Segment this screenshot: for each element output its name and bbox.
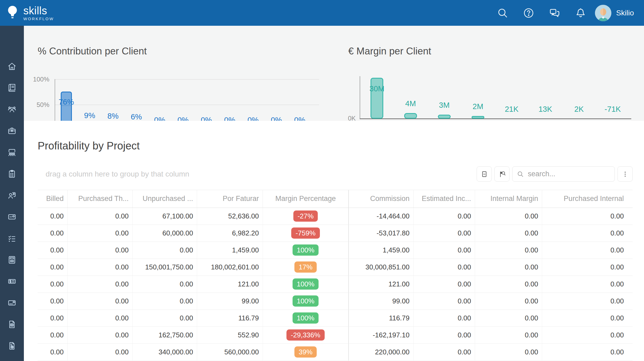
table-row[interactable]: 0.000.0067,100.0052,636.00-27%-14,464.00… <box>38 208 633 225</box>
bar-value-label: 0% <box>281 116 318 121</box>
y-tick-0k: 0K <box>334 115 356 121</box>
table-cell: 0.00 <box>475 259 542 276</box>
sidebar-item-timesheets[interactable] <box>7 212 17 222</box>
table-row[interactable]: 0.000.000.0099.00100%99.000.000.000.00 <box>38 293 633 310</box>
table-row[interactable]: 0.000.0060,000.006,982.20-759%-53,017.80… <box>38 225 633 242</box>
margin-bar[interactable] <box>438 115 451 119</box>
sidebar-navigation <box>0 26 24 361</box>
margin-bar[interactable] <box>404 113 417 119</box>
table-cell: 0.00 <box>133 293 197 310</box>
table-cell: 1,459.00 <box>349 242 414 259</box>
margin-bar[interactable] <box>371 78 383 119</box>
column-header-5[interactable]: Margin Percentage <box>263 190 349 208</box>
table-cell: 0.00 <box>542 242 633 259</box>
more-options-button[interactable] <box>617 166 633 182</box>
table-row[interactable]: 0.000.000.001,459.00100%1,459.000.000.00… <box>38 242 633 259</box>
clients-icon <box>7 105 17 114</box>
table-row[interactable]: 0.000.00340,000.00560,000.0039%220,000.0… <box>38 344 633 361</box>
column-header-1[interactable]: Billed <box>38 190 68 208</box>
table-cell: 6,982.20 <box>197 225 263 242</box>
journal-icon <box>7 83 17 93</box>
bar-value-label: -71K <box>594 105 631 113</box>
table-cell: 0.00 <box>475 293 542 310</box>
margin-badge: 100% <box>293 278 319 290</box>
table-cell: 0.00 <box>68 344 133 360</box>
sidebar-item-approvals[interactable] <box>7 234 17 243</box>
sidebar-item-expenses[interactable] <box>7 298 17 308</box>
table-cell: 0.00 <box>414 310 475 326</box>
contribution-bar[interactable] <box>61 92 72 121</box>
margin-percentage-cell: 100% <box>263 242 349 259</box>
table-cell: 30,000,851.00 <box>349 259 414 276</box>
column-header-4[interactable]: Por Faturar <box>197 190 263 208</box>
table-cell: 116.79 <box>197 310 263 326</box>
search-icon <box>517 170 524 178</box>
sidebar-item-jobs[interactable] <box>7 126 17 136</box>
user-name[interactable]: Skilio <box>616 9 634 17</box>
table-cell: 162,750.00 <box>133 327 197 343</box>
bar-value-label: 4M <box>392 100 429 108</box>
table-cell: 0.00 <box>38 225 68 242</box>
sidebar-item-estimates[interactable] <box>7 255 17 265</box>
table-cell: 0.00 <box>133 276 197 293</box>
sidebar-item-meetings[interactable] <box>7 148 17 157</box>
messages-button[interactable] <box>549 7 560 19</box>
table-cell: 0.00 <box>542 293 633 310</box>
group-by-drop-zone[interactable]: drag a column here to group by that colu… <box>46 170 189 178</box>
table-cell: 0.00 <box>68 293 133 310</box>
table-row[interactable]: 0.000.00150,001,750.00180,002,601.0017%3… <box>38 259 633 276</box>
margin-badge: 100% <box>293 312 319 324</box>
sidebar-item-tasks[interactable] <box>7 169 17 179</box>
messages-icon <box>549 7 560 19</box>
column-header-6[interactable]: Commission <box>349 190 414 208</box>
table-cell: 0.00 <box>475 276 542 293</box>
sidebar-item-home[interactable] <box>7 62 17 71</box>
margin-badge: -759% <box>291 227 320 239</box>
table-cell: 0.00 <box>542 327 633 343</box>
notifications-button[interactable] <box>575 7 586 19</box>
column-header-7[interactable]: Estimated Inc... <box>414 190 475 208</box>
table-row[interactable]: 0.000.00162,750.00552.90-29,336%-162,197… <box>38 327 633 344</box>
margin-percentage-cell: 100% <box>263 276 349 293</box>
margin-percentage-cell: -759% <box>263 225 349 242</box>
top-navigation-bar: skills WORKFLOW Skilio <box>0 0 644 26</box>
crm-icon <box>7 191 17 200</box>
sidebar-item-invoices[interactable] <box>7 341 17 351</box>
table-row[interactable]: 0.000.000.00121.00100%121.000.000.000.00 <box>38 276 633 293</box>
table-cell: 0.00 <box>38 344 68 360</box>
app-logo[interactable]: skills WORKFLOW <box>7 5 54 21</box>
table-cell: 0.00 <box>38 310 68 326</box>
sidebar-item-clients[interactable] <box>7 105 17 114</box>
main-content: % Contribution per Client € Margin per C… <box>24 26 644 361</box>
margin-badge: -29,336% <box>286 329 324 341</box>
margin-percentage-cell: 39% <box>263 344 349 360</box>
collapse-all-button[interactable] <box>477 166 492 182</box>
table-cell: 0.00 <box>133 242 197 259</box>
sidebar-item-reports[interactable] <box>7 320 17 329</box>
sidebar-item-purchases[interactable] <box>7 277 17 286</box>
table-cell: 0.00 <box>475 327 542 343</box>
table-cell: 0.00 <box>68 208 133 225</box>
margin-percentage-cell: 100% <box>263 293 349 310</box>
margin-bar[interactable] <box>472 116 484 119</box>
reports-icon <box>7 320 17 329</box>
table-row[interactable]: 0.000.000.00116.79100%116.790.000.000.00 <box>38 310 633 327</box>
column-header-9[interactable]: Purchased Internal <box>542 190 633 208</box>
column-header-3[interactable]: Unpurchased ... <box>133 190 197 208</box>
table-cell: 0.00 <box>475 225 542 242</box>
column-header-2[interactable]: Purchased Th... <box>68 190 133 208</box>
sidebar-item-crm[interactable] <box>7 191 17 200</box>
sidebar-item-journal[interactable] <box>7 83 17 93</box>
table-cell: -14,464.00 <box>349 208 414 225</box>
margin-badge: 100% <box>293 295 319 307</box>
lightbulb-icon <box>7 5 18 21</box>
user-avatar[interactable] <box>595 5 611 21</box>
column-chooser-button[interactable] <box>494 166 510 182</box>
table-cell: 121.00 <box>349 276 414 293</box>
search-button[interactable] <box>497 7 508 19</box>
margin-badge: 39% <box>294 346 317 358</box>
grid-search[interactable] <box>512 166 615 182</box>
help-button[interactable] <box>523 7 534 19</box>
grid-search-input[interactable] <box>527 170 608 178</box>
column-header-8[interactable]: Internal Margin <box>475 190 542 208</box>
